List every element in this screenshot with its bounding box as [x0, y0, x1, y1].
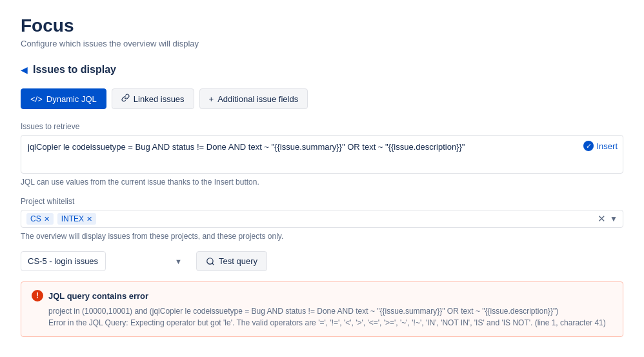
tag-intex-remove[interactable]: ✕ — [86, 216, 92, 223]
jql-label: Issues to retrieve — [21, 122, 623, 131]
insert-button[interactable]: ✓ Insert — [583, 141, 618, 151]
tab-linked-issues-label: Linked issues — [134, 94, 185, 104]
tag-cs-text: CS — [30, 214, 41, 223]
jql-input-wrapper: jqlCopier le codeissuetype = Bug AND sta… — [21, 135, 623, 174]
error-body: project in (10000,10001) and (jqlCopier … — [48, 305, 612, 329]
issue-select-wrapper: CS-5 - login issues ▼ — [21, 251, 188, 271]
whitelist-hint: The overview will display issues from th… — [21, 232, 623, 241]
jql-textarea[interactable]: jqlCopier le codeissuetype = Bug AND sta… — [28, 141, 616, 166]
search-icon — [206, 257, 215, 266]
test-query-label: Test query — [219, 256, 257, 266]
test-query-button[interactable]: Test query — [196, 251, 267, 271]
page-title: Focus — [21, 15, 623, 36]
issue-select[interactable]: CS-5 - login issues — [21, 251, 106, 271]
jql-section: Issues to retrieve jqlCopier le codeissu… — [21, 122, 623, 187]
whitelist-clear-button[interactable]: ✕ — [598, 213, 606, 225]
insert-icon: ✓ — [583, 141, 594, 151]
tag-cs: CS ✕ — [26, 213, 54, 225]
bottom-row: CS-5 - login issues ▼ Test query — [21, 251, 623, 271]
issue-select-arrow-icon: ▼ — [175, 258, 182, 265]
whitelist-label: Project whitelist — [21, 197, 623, 206]
tag-intex: INTEX ✕ — [57, 213, 96, 225]
tab-dynamic-jql[interactable]: </> Dynamic JQL — [21, 88, 106, 109]
dynamic-jql-icon: </> — [30, 94, 43, 104]
additional-fields-icon: + — [209, 94, 214, 104]
tab-additional-fields[interactable]: + Additional issue fields — [199, 88, 308, 109]
tag-cs-remove[interactable]: ✕ — [44, 216, 50, 223]
error-icon: ! — [32, 290, 43, 301]
error-title-row: ! JQL query contains error — [32, 290, 612, 301]
error-title: JQL query contains error — [48, 291, 148, 301]
svg-point-0 — [207, 258, 213, 263]
tabs-container: </> Dynamic JQL Linked issues + Addition… — [21, 88, 623, 109]
error-line1: project in (10000,10001) and (jqlCopier … — [48, 305, 612, 317]
tab-dynamic-jql-label: Dynamic JQL — [46, 94, 97, 104]
error-line2: Error in the JQL Query: Expecting operat… — [48, 317, 612, 329]
linked-issues-icon — [121, 94, 130, 104]
insert-label: Insert — [596, 141, 618, 151]
tab-additional-fields-label: Additional issue fields — [217, 94, 298, 104]
jql-hint: JQL can use values from the current issu… — [21, 178, 623, 187]
section-title: Issues to display — [33, 64, 116, 76]
tag-intex-text: INTEX — [61, 214, 84, 223]
error-box: ! JQL query contains error project in (1… — [21, 281, 623, 337]
whitelist-controls: ✕ ▼ — [598, 213, 618, 225]
svg-line-1 — [212, 263, 214, 265]
tab-linked-issues[interactable]: Linked issues — [112, 88, 194, 109]
whitelist-section: Project whitelist CS ✕ INTEX ✕ ✕ ▼ The o… — [21, 197, 623, 241]
whitelist-input-wrapper[interactable]: CS ✕ INTEX ✕ ✕ ▼ — [21, 210, 623, 228]
page-subtitle: Configure which issues the overview will… — [21, 39, 623, 48]
whitelist-dropdown-button[interactable]: ▼ — [610, 214, 618, 223]
section-arrow-icon: ◀ — [21, 65, 28, 75]
section-header: ◀ Issues to display — [21, 64, 623, 76]
